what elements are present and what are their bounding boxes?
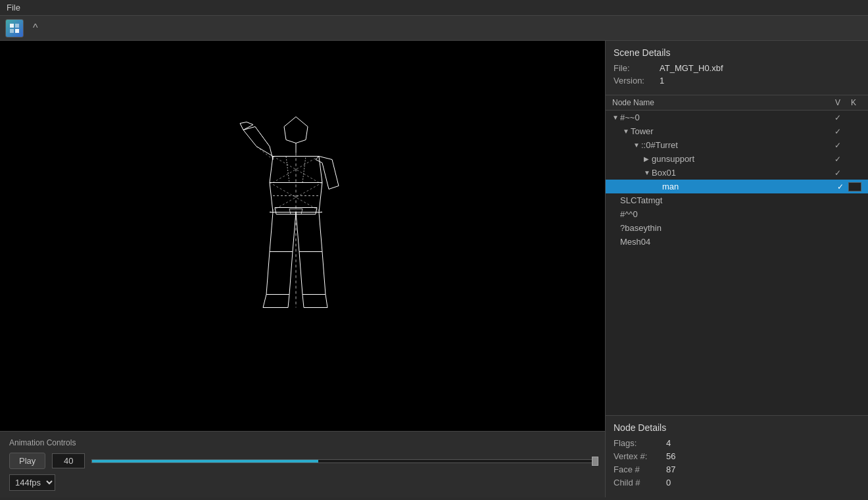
toolbar: ^ [0, 16, 868, 41]
tree-node-8[interactable]: ?baseythin [606, 221, 868, 235]
tree-node-label-2: ::0#Turret [641, 140, 830, 150]
menu-file[interactable]: File [7, 3, 20, 12]
anim-controls-title: Animation Controls [9, 438, 596, 447]
anim-row: Play [9, 453, 596, 469]
tree-node-label-6: SLCTatmgt [620, 195, 830, 205]
animation-controls: Animation Controls Play 24fps 30fps 60fp… [0, 431, 605, 497]
tree-node-label-3: gunsupport [652, 154, 830, 164]
viewport-3d[interactable] [0, 41, 605, 431]
svg-marker-7 [243, 126, 273, 159]
tree-node-5[interactable]: man ✓ [606, 180, 868, 193]
play-button[interactable]: Play [9, 453, 45, 469]
tree-check-2: ✓ [830, 141, 846, 150]
menu-bar: File [0, 0, 868, 16]
flags-value: 4 [666, 438, 671, 448]
vertex-label: Vertex #: [614, 451, 666, 461]
app-icon[interactable] [5, 19, 24, 38]
tree-node-label-9: Mesh04 [620, 237, 830, 247]
file-label: File: [614, 63, 660, 73]
tree-check-4: ✓ [830, 168, 846, 178]
fps-select[interactable]: 24fps 30fps 60fps 120fps 144fps [9, 474, 55, 491]
tree-node-0[interactable]: ▼ #~~0 ✓ [606, 111, 868, 124]
timeline-track [92, 460, 318, 463]
fps-select-wrap: 24fps 30fps 60fps 120fps 144fps [9, 474, 596, 491]
node-tree[interactable]: Node Name V K ▼ #~~0 ✓ ▼ Tower ✓ [606, 95, 868, 415]
file-value: AT_MGT_H0.xbf [660, 63, 723, 73]
svg-marker-4 [284, 116, 308, 143]
svg-rect-3 [15, 29, 19, 33]
tree-arrow-2: ▼ [633, 141, 641, 149]
tree-check-3: ✓ [830, 155, 846, 164]
tree-node-6[interactable]: SLCTatmgt [606, 193, 868, 207]
child-label: Child # [614, 478, 666, 488]
tree-node-label-4: Box01 [652, 168, 830, 178]
svg-marker-15 [299, 251, 326, 294]
tree-header: Node Name V K [606, 95, 868, 111]
svg-marker-14 [266, 251, 293, 294]
tree-node-2[interactable]: ▼ ::0#Turret ✓ [606, 138, 868, 152]
tree-node-label-7: #^^0 [620, 209, 830, 219]
version-row: Version: 1 [614, 76, 860, 86]
svg-marker-8 [316, 156, 339, 189]
tree-node-label-8: ?baseythin [620, 223, 830, 233]
tree-check-5: ✓ [832, 182, 848, 191]
version-value: 1 [660, 76, 664, 86]
tree-arrow-4: ▼ [644, 169, 652, 176]
tree-arrow-3: ▶ [644, 155, 652, 162]
tree-header-k: K [846, 98, 861, 107]
tree-arrow-0: ▼ [612, 114, 620, 121]
scene-details-title: Scene Details [614, 47, 860, 58]
version-label: Version: [614, 76, 660, 86]
child-value: 0 [666, 478, 671, 488]
vertex-value: 56 [666, 451, 675, 461]
tree-check-0: ✓ [830, 113, 846, 122]
svg-rect-2 [10, 29, 14, 33]
svg-rect-1 [15, 24, 19, 28]
right-panel: Scene Details File: AT_MGT_H0.xbf Versio… [605, 41, 868, 497]
flags-row: Flags: 4 [614, 438, 860, 448]
child-row: Child # 0 [614, 478, 860, 488]
file-row: File: AT_MGT_H0.xbf [614, 63, 860, 73]
tree-header-v: V [830, 98, 846, 107]
tree-node-3[interactable]: ▶ gunsupport ✓ [606, 152, 868, 166]
svg-marker-16 [263, 294, 289, 307]
tree-header-name: Node Name [612, 98, 830, 107]
svg-marker-13 [296, 212, 322, 251]
scene-details: Scene Details File: AT_MGT_H0.xbf Versio… [606, 41, 868, 95]
tree-node-4[interactable]: ▼ Box01 ✓ [606, 166, 868, 180]
timeline-thumb[interactable] [592, 457, 598, 466]
svg-rect-0 [10, 24, 14, 28]
frame-input[interactable] [52, 453, 85, 468]
tree-node-1[interactable]: ▼ Tower ✓ [606, 124, 868, 138]
tree-check-1: ✓ [830, 127, 846, 136]
tree-node-label-0: #~~0 [620, 113, 830, 122]
tree-k-box-5 [848, 182, 861, 191]
left-panel: Animation Controls Play 24fps 30fps 60fp… [0, 41, 605, 497]
figure-container [230, 110, 362, 362]
tree-arrow-1: ▼ [623, 128, 631, 135]
flags-label: Flags: [614, 438, 666, 448]
svg-marker-17 [302, 294, 327, 307]
character-figure [230, 110, 362, 360]
face-label: Face # [614, 464, 666, 474]
timeline-slider[interactable] [91, 459, 596, 463]
tree-node-9[interactable]: Mesh04 [606, 235, 868, 249]
face-value: 87 [666, 464, 675, 474]
node-details-title: Node Details [614, 422, 860, 433]
svg-marker-12 [270, 212, 296, 251]
tree-node-label-1: Tower [631, 126, 830, 136]
main-layout: Animation Controls Play 24fps 30fps 60fp… [0, 41, 868, 497]
collapse-button[interactable]: ^ [29, 21, 42, 36]
tree-node-label-5: man [662, 182, 832, 191]
tree-node-7[interactable]: #^^0 [606, 207, 868, 221]
vertex-row: Vertex #: 56 [614, 451, 860, 461]
node-details: Node Details Flags: 4 Vertex #: 56 Face … [606, 415, 868, 497]
face-row: Face # 87 [614, 464, 860, 474]
